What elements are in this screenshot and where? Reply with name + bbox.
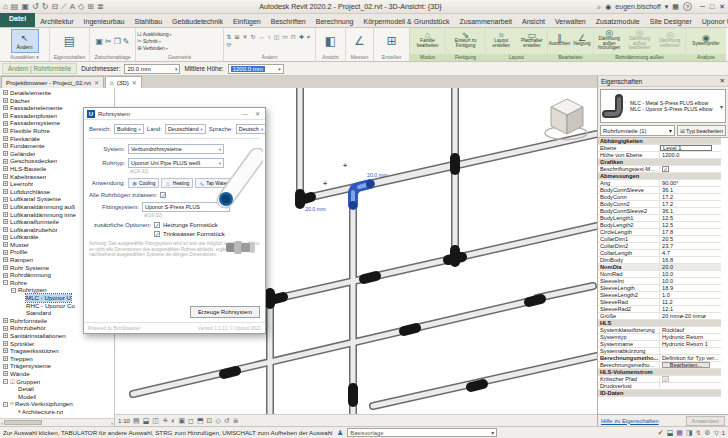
ribbon-tab[interactable]: Gebäudetechnik [167,16,228,27]
insulation-button[interactable]: ◎Dämmung entfernen [656,33,684,48]
toolbar-icon[interactable]: ↻ [42,1,49,13]
ribbon-tab[interactable]: Site Designer [645,16,697,27]
geometry-tool[interactable]: ⊔Ausklinkung▾ [137,31,172,38]
clipboard-tool-icon[interactable]: ✎ [123,37,130,46]
toolbar-icon[interactable]: A [70,1,75,13]
application-toggle[interactable]: ♨Heating [161,178,193,188]
property-value[interactable]: 36.1 [660,208,721,215]
maximize-button[interactable]: □ [710,3,714,11]
toolbar-icon[interactable]: ⟋ [61,1,67,13]
scale-button[interactable]: 1:10 [118,417,130,424]
expand-icon[interactable]: + [3,105,8,110]
create-pipe-system-button[interactable]: Erzeuge Rohrsystem [190,306,260,318]
modify-tool-icon[interactable]: ✕ [243,34,248,41]
user-name[interactable]: eugen.bischoff [615,3,660,10]
minimize-icon[interactable]: — [240,111,250,117]
system-select[interactable]: Verbundrohrsysteme▾ [128,144,224,154]
system-inspector-button[interactable]: ◉Systemprüfer [691,36,721,47]
toolbar-icon[interactable]: ▣ [21,1,29,13]
property-value[interactable]: 12.5 [660,215,721,222]
tree-item[interactable]: Modell [0,393,114,401]
expand-icon[interactable]: + [3,98,8,103]
create-icon[interactable]: ⊞ [386,34,396,48]
modify-tool-icon[interactable]: ↕ [268,34,271,41]
property-value[interactable]: Hydronic Return 1 [660,341,721,348]
expand-icon[interactable]: + [3,356,8,361]
modify-tool-icon[interactable]: ≠ [307,34,310,41]
ribbon-tab[interactable]: Datei [0,13,35,27]
scroll-thumb[interactable] [4,420,42,425]
background-process-icon[interactable]: ⊚ [704,429,710,437]
help-icon[interactable]: ? [683,2,692,11]
view-icon[interactable]: ◧ [325,34,336,48]
modify-tool-icon[interactable]: ⊓ [291,34,296,41]
expand-icon[interactable]: + [3,242,8,247]
ribbon-tab[interactable]: Körpermodell & Grundstück [359,16,455,27]
ribbon-tab[interactable]: Architektur [35,16,78,27]
tree-item[interactable]: + Sprinkler [0,340,114,348]
drag-handle[interactable]: + [323,180,327,187]
expand-icon[interactable]: + [3,159,8,164]
property-value[interactable]: 1.0 [660,292,721,299]
view-control-icon[interactable]: ◫ [152,417,159,425]
expand-icon[interactable]: + [3,181,8,186]
expand-icon[interactable]: + [3,143,8,148]
design-option-select[interactable]: Basisvorlage▾ [347,428,497,437]
cart-icon[interactable]: ▦ [672,3,679,11]
expand-icon[interactable]: + [3,121,8,126]
browser-hscrollbar[interactable]: ‹› [0,418,114,426]
view-control-icon[interactable]: ◻ [188,417,194,425]
property-row[interactable]: Kritischer Pfad ✓ [598,376,721,383]
close-icon[interactable]: ✕ [94,79,99,86]
close-button[interactable]: ✕ [719,3,725,11]
property-value[interactable]: Level 1 [660,145,712,151]
offset-select[interactable]: 1200.0 mm▾ [228,64,284,74]
tree-item[interactable]: ♦ Architecture.rvt [0,408,114,416]
geometry-tool[interactable]: ✂Schnitt▾ [137,38,172,45]
property-value[interactable]: ✓ [662,376,669,382]
diameter-select[interactable]: 20.0 mm▾ [124,64,180,74]
close-icon[interactable]: ✕ [253,110,262,117]
tree-item[interactable]: + Wände [0,370,114,378]
property-row[interactable]: Grafiken [598,159,721,166]
property-value[interactable]: 18.9 [660,285,721,292]
expand-icon[interactable]: + [3,273,8,278]
ribbon-tab[interactable]: Verwalten [550,16,591,27]
element-filter-select[interactable]: Rohrformteile (1)▾ [600,125,675,136]
property-value[interactable]: 17.2 [660,194,721,201]
expand-icon[interactable]: + [3,174,8,179]
worksharing-icon[interactable]: ✔ [658,429,664,437]
drag-handle[interactable]: + [343,162,347,169]
view-control-icon[interactable]: ☀ [162,417,168,425]
close-icon[interactable]: ✕ [720,77,725,85]
language-select[interactable]: Deutsch▾ [236,124,265,134]
ribbon-tab[interactable]: Ingenieurbau [79,16,130,27]
tree-item[interactable]: − ∞ Revit-Verknüpfungen [0,400,114,408]
expand-icon[interactable]: + [3,235,8,240]
modify-tool-icon[interactable]: ▭ [282,34,288,41]
toolbar-icon[interactable]: ≣ [97,1,104,13]
property-value[interactable]: 16.8 [660,257,721,264]
edit-tool-button[interactable]: ∠Neigung [572,36,592,47]
selected-fitting[interactable] [349,180,374,209]
toolbar-icon[interactable]: ◇ [78,1,84,13]
press-drag-icon[interactable]: ↯ [696,429,702,437]
property-value[interactable]: Rücklauf [660,327,721,334]
links-icon[interactable]: ▦ [676,429,683,437]
exclude-options-icon[interactable]: ◨ [686,429,693,437]
dialog-title-bar[interactable]: U Rohrsystem — ✕ [84,108,265,120]
property-value[interactable]: 90.00° [660,180,721,187]
dimension-label[interactable]: 20.0 mm [367,172,388,178]
geometry-tool[interactable]: ⊕Verbinden▾ [137,45,172,52]
property-value[interactable]: 20 mmø-20 mmø [660,313,721,320]
property-value[interactable]: 12.5 [660,222,721,229]
expand-icon[interactable]: + [3,212,8,217]
clipboard-tool-icon[interactable]: ❐ [114,37,121,46]
modify-tool-icon[interactable]: ⊞ [235,34,240,41]
modify-tool-icon[interactable]: ↔ [259,34,265,41]
ribbon-tab[interactable]: Uponor UFH [697,16,728,27]
property-row[interactable]: Berechnungsmetho... Definition für Typ v… [598,355,721,362]
expand-icon[interactable]: + [3,326,8,331]
scroll-left-icon[interactable]: ‹ [1,420,3,426]
edit-tool-button[interactable]: ∥Ausrichten [549,36,570,47]
